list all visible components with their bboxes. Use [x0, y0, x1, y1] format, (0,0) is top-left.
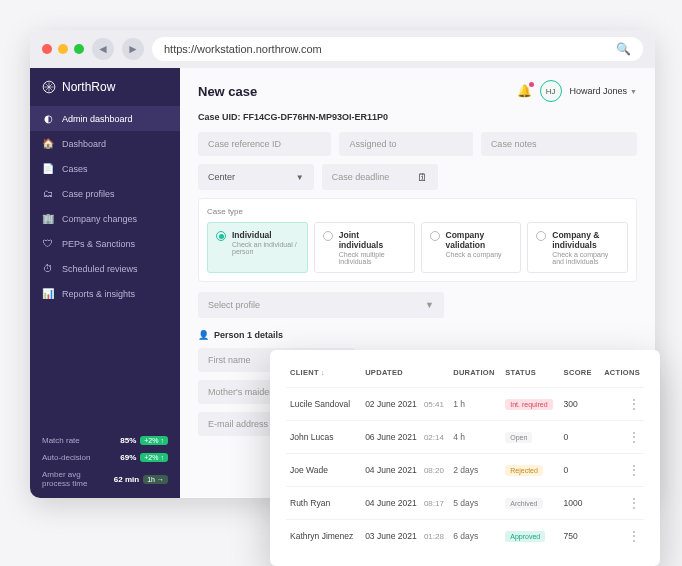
chevron-down-icon: ▼ [296, 173, 304, 182]
sidebar-item-case-profiles[interactable]: 🗂Case profiles [30, 181, 180, 206]
sidebar-item-cases[interactable]: 📄Cases [30, 156, 180, 181]
col-updated[interactable]: UPDATED [361, 364, 449, 388]
table-row[interactable]: Kathryn Jimenez03 June 202101:286 daysAp… [286, 520, 644, 553]
brand: NorthRow [30, 68, 180, 106]
status-badge: Approved [505, 531, 545, 542]
table-row[interactable]: Lucile Sandoval02 June 202105:411 hInt. … [286, 388, 644, 421]
person-icon: 👤 [198, 330, 209, 340]
search-icon: 🔍 [616, 42, 631, 56]
radio-icon [216, 231, 226, 241]
case-type-company-individuals[interactable]: Company & individualsCheck a company and… [527, 222, 628, 273]
radio-icon [536, 231, 546, 241]
stat-row: Amber avg process time62 min1h → [42, 470, 168, 488]
sidebar-item-reports-insights[interactable]: 📊Reports & insights [30, 281, 180, 306]
deadline-input[interactable]: Case deadline🗓 [322, 164, 438, 190]
col-client[interactable]: CLIENT↓ [286, 364, 361, 388]
table-row[interactable]: John Lucas06 June 202102:144 hOpen0⋮ [286, 421, 644, 454]
table-row[interactable]: Ruth Ryan04 June 202108:175 daysArchived… [286, 487, 644, 520]
shield-icon: 🛡 [42, 238, 54, 249]
sidebar-item-scheduled-reviews[interactable]: ⏱Scheduled reviews [30, 256, 180, 281]
assigned-to-input[interactable]: Assigned to [339, 132, 472, 156]
chevron-down-icon: ▼ [425, 300, 434, 310]
cases-table: CLIENT↓ UPDATED DURATION STATUS SCORE AC… [286, 364, 644, 552]
brand-text: NorthRow [62, 80, 115, 94]
home-icon: 🏠 [42, 138, 54, 149]
row-actions-button[interactable]: ⋮ [628, 496, 640, 510]
sidebar-stats: Match rate85%+2% ↑Auto-decision69%+2% ↑A… [30, 426, 180, 498]
case-type-group: Case type IndividualCheck an individual … [198, 198, 637, 282]
url-text: https://workstation.northrow.com [164, 43, 322, 55]
case-type-individual[interactable]: IndividualCheck an individual / person [207, 222, 308, 273]
person-section-heading: 👤 Person 1 details [198, 330, 637, 340]
row-actions-button[interactable]: ⋮ [628, 397, 640, 411]
url-bar[interactable]: https://workstation.northrow.com 🔍 [152, 37, 643, 61]
select-profile-dropdown[interactable]: Select profile ▼ [198, 292, 444, 318]
stat-row: Match rate85%+2% ↑ [42, 436, 168, 445]
calendar-icon: 🗓 [417, 171, 428, 183]
radio-icon [323, 231, 333, 241]
back-button[interactable]: ◄ [92, 38, 114, 60]
clock-icon: ⏱ [42, 263, 54, 274]
notifications-button[interactable]: 🔔 [517, 84, 532, 98]
sidebar-item-company-changes[interactable]: 🏢Company changes [30, 206, 180, 231]
row-actions-button[interactable]: ⋮ [628, 430, 640, 444]
logo-icon [42, 80, 56, 94]
user-box: 🔔 HJ Howard Jones ▼ [517, 80, 637, 102]
status-badge: Archived [505, 498, 542, 509]
row-actions-button[interactable]: ⋮ [628, 463, 640, 477]
sidebar: NorthRow ◐ Admin dashboard 🏠Dashboard📄Ca… [30, 68, 180, 498]
delta-badge: 1h → [143, 475, 168, 484]
sidebar-item-peps-sanctions[interactable]: 🛡PEPs & Sanctions [30, 231, 180, 256]
case-type-label: Case type [207, 207, 628, 216]
browser-bar: ◄ ► https://workstation.northrow.com 🔍 [30, 30, 655, 68]
page-title: New case [198, 84, 257, 99]
topbar: New case 🔔 HJ Howard Jones ▼ [198, 80, 637, 102]
forward-button[interactable]: ► [122, 38, 144, 60]
window-controls [42, 44, 84, 54]
avatar[interactable]: HJ [540, 80, 562, 102]
delta-badge: +2% ↑ [140, 436, 168, 445]
user-menu[interactable]: Howard Jones ▼ [570, 86, 637, 96]
delta-badge: +2% ↑ [140, 453, 168, 462]
stat-row: Auto-decision69%+2% ↑ [42, 453, 168, 462]
radio-icon [430, 231, 440, 241]
case-type-company-validation[interactable]: Company validationCheck a company [421, 222, 522, 273]
status-badge: Int. required [505, 399, 552, 410]
sort-icon: ↓ [321, 369, 325, 376]
doc-icon: 📄 [42, 163, 54, 174]
case-uid: Case UID: FF14CG-DF76HN-MP93OI-ER11P0 [198, 112, 637, 122]
chart-icon: 📊 [42, 288, 54, 299]
col-status[interactable]: STATUS [501, 364, 559, 388]
table-row[interactable]: Joe Wade04 June 202108:202 daysRejected0… [286, 454, 644, 487]
sidebar-heading[interactable]: ◐ Admin dashboard [30, 106, 180, 131]
case-notes-input[interactable]: Case notes [481, 132, 637, 156]
col-duration[interactable]: DURATION [449, 364, 501, 388]
case-reference-input[interactable]: Case reference ID [198, 132, 331, 156]
notification-dot [529, 82, 534, 87]
gauge-icon: ◐ [42, 113, 54, 124]
center-select[interactable]: Center▼ [198, 164, 314, 190]
status-badge: Rejected [505, 465, 543, 476]
row-actions-button[interactable]: ⋮ [628, 529, 640, 543]
chevron-down-icon: ▼ [630, 88, 637, 95]
case-type-joint-individuals[interactable]: Joint individualsCheck multiple individu… [314, 222, 415, 273]
profiles-icon: 🗂 [42, 188, 54, 199]
maximize-icon[interactable] [74, 44, 84, 54]
minimize-icon[interactable] [58, 44, 68, 54]
close-icon[interactable] [42, 44, 52, 54]
col-actions: ACTIONS [598, 364, 644, 388]
status-badge: Open [505, 432, 532, 443]
sidebar-item-dashboard[interactable]: 🏠Dashboard [30, 131, 180, 156]
col-score[interactable]: SCORE [560, 364, 598, 388]
cases-table-card: CLIENT↓ UPDATED DURATION STATUS SCORE AC… [270, 350, 660, 566]
company-icon: 🏢 [42, 213, 54, 224]
